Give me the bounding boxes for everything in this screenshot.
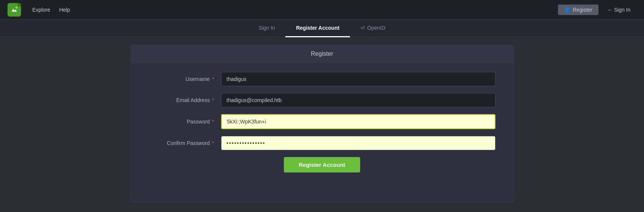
email-group: Email Address * bbox=[146, 93, 499, 107]
brand-icon bbox=[8, 3, 21, 17]
username-input[interactable] bbox=[221, 72, 496, 86]
confirm-password-input[interactable] bbox=[221, 136, 496, 150]
form-card-title: Register bbox=[131, 45, 514, 63]
confirm-password-group: Confirm Password * bbox=[146, 136, 499, 150]
brand-logo[interactable] bbox=[8, 3, 21, 17]
top-signin-button[interactable]: ← Sign In bbox=[602, 5, 636, 15]
tab-openid[interactable]: ⏎ OpenID bbox=[350, 20, 396, 37]
password-group: Password * bbox=[146, 114, 499, 129]
nav-right: 👤 Register ← Sign In bbox=[558, 5, 636, 15]
email-required: * bbox=[212, 97, 214, 103]
nav-help[interactable]: Help bbox=[59, 7, 70, 13]
top-register-button[interactable]: 👤 Register bbox=[558, 5, 598, 15]
svg-point-0 bbox=[15, 6, 18, 9]
username-required: * bbox=[212, 76, 214, 82]
form-actions: Register Account bbox=[146, 157, 499, 172]
form-card-body: Username * Email Address * Password * bbox=[131, 63, 514, 184]
navbar: Explore Help 👤 Register ← Sign In bbox=[0, 0, 644, 20]
nav-links: Explore Help bbox=[32, 7, 558, 13]
email-label: Email Address * bbox=[146, 97, 221, 103]
password-label: Password * bbox=[146, 119, 221, 125]
confirm-password-required: * bbox=[212, 140, 214, 146]
register-form-card: Register Username * Email Address * bbox=[130, 45, 514, 203]
email-input[interactable] bbox=[221, 93, 496, 107]
user-icon: 👤 bbox=[564, 7, 570, 13]
username-group: Username * bbox=[146, 72, 499, 86]
nav-explore[interactable]: Explore bbox=[32, 7, 50, 13]
register-account-button[interactable]: Register Account bbox=[284, 157, 361, 172]
username-label: Username * bbox=[146, 76, 221, 82]
confirm-password-label: Confirm Password * bbox=[146, 140, 221, 146]
password-required: * bbox=[212, 119, 214, 125]
tab-sign-in[interactable]: Sign In bbox=[248, 20, 286, 37]
password-input[interactable] bbox=[221, 114, 496, 129]
tabs-bar: Sign In Register Account ⏎ OpenID bbox=[0, 20, 644, 37]
main-content: Register Username * Email Address * bbox=[0, 37, 644, 210]
tab-register-account[interactable]: Register Account bbox=[285, 20, 350, 37]
